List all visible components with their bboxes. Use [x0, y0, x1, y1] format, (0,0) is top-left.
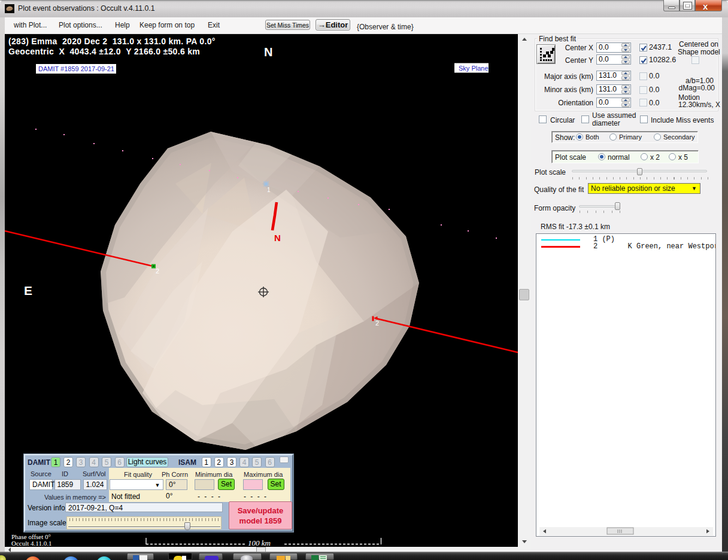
svg-text:2: 2: [156, 267, 159, 275]
svg-text:Occult 4.11.0.1: Occult 4.11.0.1: [11, 540, 51, 547]
svg-text:E: E: [24, 284, 32, 297]
svg-text:(283) Emma 2020 Dec 2 131.0: (283) Emma 2020 Dec 2 131.0 x 131.0 km. …: [8, 36, 216, 46]
svg-text:1: 1: [267, 187, 271, 193]
svg-text:Sky Plane: Sky Plane: [459, 65, 489, 72]
svg-text:N: N: [264, 45, 272, 59]
svg-text:100 km: 100 km: [248, 538, 271, 547]
svg-text:N: N: [274, 233, 281, 243]
svg-text:2: 2: [375, 319, 379, 327]
svg-text:Geocentric X 4043.4 ±12.0 Y: Geocentric X 4043.4 ±12.0 Y 2166.0 ±50.6…: [8, 47, 200, 56]
svg-text:DAMIT #1859 2017-09-21: DAMIT #1859 2017-09-21: [38, 65, 114, 72]
